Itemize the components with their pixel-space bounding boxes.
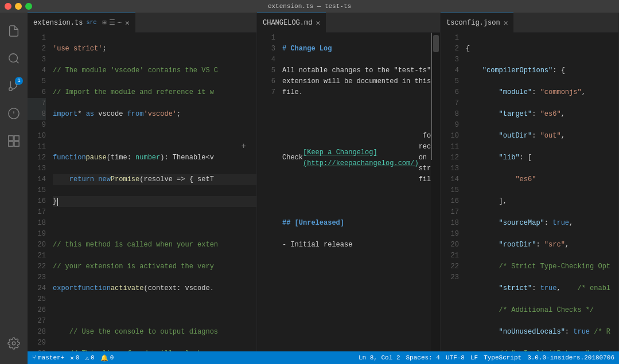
git-icon: ⑂: [32, 354, 36, 361]
left-tab-bar: extension.ts src ⊞ ☰ ⋯ ✕: [28, 13, 256, 33]
mid-code-area[interactable]: 134567 # Change Log All notable changes …: [257, 33, 440, 351]
mid-code-content[interactable]: # Change Log All notable changes to the …: [280, 33, 440, 351]
status-right: Ln 8, Col 2 Spaces: 4 UTF-8 LF TypeScrip…: [359, 354, 614, 361]
indentation[interactable]: Spaces: 4: [406, 354, 440, 361]
close-tab-changelog[interactable]: ✕: [316, 18, 320, 28]
mid-scrollbar-thumb[interactable]: [433, 35, 439, 52]
right-scrollbar[interactable]: [610, 33, 618, 351]
position-label: Ln 8, Col 2: [359, 354, 400, 361]
mid-scrollbar[interactable]: [432, 33, 440, 351]
tab-extension-ts[interactable]: extension.ts src ⊞ ☰ ⋯ ✕: [28, 13, 135, 33]
svg-rect-11: [9, 142, 13, 146]
editors-row: extension.ts src ⊞ ☰ ⋯ ✕ 12345 678910: [28, 13, 619, 351]
error-count[interactable]: ✕ 0: [70, 354, 79, 362]
right-line-numbers: 12345 678910 1112131415 1617181920 21222…: [441, 33, 464, 351]
split-vertical-icon[interactable]: ☰: [109, 18, 115, 27]
right-editor-panel: tsconfig.json ✕ 12345 678910 1112131415 …: [441, 13, 619, 351]
source-control-badge: 1: [15, 77, 23, 85]
add-line-icon[interactable]: +: [242, 142, 246, 151]
extensions-icon[interactable]: [0, 127, 28, 155]
minimize-button[interactable]: [15, 3, 22, 10]
tab-badge: src: [86, 19, 96, 26]
svg-rect-9: [14, 136, 19, 140]
files-icon[interactable]: [0, 17, 28, 45]
line-ending[interactable]: LF: [470, 354, 478, 361]
right-code-content[interactable]: { "compilerOptions": { "module": "common…: [464, 33, 618, 351]
info: 0: [110, 354, 114, 361]
status-bar: ⑂ master+ ✕ 0 ⚠ 0 🔔 0 Ln 8, Col 2: [28, 351, 619, 364]
cursor-position[interactable]: Ln 8, Col 2: [359, 354, 400, 361]
mid-tab-bar: CHANGELOG.md ✕: [257, 13, 440, 33]
info-count[interactable]: 🔔 0: [100, 354, 114, 362]
svg-point-12: [12, 342, 15, 345]
language-label: TypeScript: [484, 354, 521, 361]
activity-bar: 1: [0, 13, 28, 364]
close-tab-tsconfig[interactable]: ✕: [504, 18, 508, 28]
file-encoding[interactable]: UTF-8: [446, 354, 465, 361]
close-tab-extension-ts[interactable]: ✕: [125, 18, 130, 28]
title-bar: extension.ts — test-ts: [0, 0, 619, 13]
maximize-button[interactable]: [25, 3, 32, 10]
left-editor-panel: extension.ts src ⊞ ☰ ⋯ ✕ 12345 678910: [28, 13, 257, 351]
close-button[interactable]: [5, 3, 11, 10]
status-left: ⑂ master+ ✕ 0 ⚠ 0 🔔 0: [32, 354, 114, 362]
settings-icon[interactable]: [0, 332, 28, 359]
git-branch[interactable]: ⑂ master+: [32, 354, 64, 361]
branch-name: master+: [38, 354, 64, 361]
svg-line-1: [16, 61, 18, 63]
encoding-label: UTF-8: [446, 354, 465, 361]
warning-count[interactable]: ⚠ 0: [85, 354, 94, 362]
mid-line-numbers: 134567: [257, 33, 280, 351]
tab-changelog-md[interactable]: CHANGELOG.md ✕: [257, 13, 326, 33]
svg-point-4: [9, 88, 13, 91]
svg-point-0: [9, 54, 18, 62]
source-control-icon[interactable]: 1: [0, 72, 28, 100]
mid-editor-panel: CHANGELOG.md ✕ 134567 # Change Lo: [257, 13, 441, 351]
version-label: 3.0.0-insiders.20180706: [527, 354, 614, 361]
tab-filename: extension.ts: [33, 19, 83, 27]
left-code-content[interactable]: 'use strict'; // The module 'vscode' con…: [50, 33, 256, 351]
split-icon[interactable]: ⊞: [102, 18, 106, 27]
more-icon[interactable]: ⋯: [118, 18, 122, 27]
main-layout: 1: [0, 13, 619, 364]
spaces-label: Spaces: 4: [406, 354, 440, 361]
warnings: 0: [91, 354, 95, 361]
svg-rect-10: [14, 142, 19, 146]
right-tab-bar: tsconfig.json ✕: [441, 13, 618, 33]
changelog-tab-filename: CHANGELOG.md: [263, 19, 312, 27]
tab-tsconfig-json[interactable]: tsconfig.json ✕: [441, 13, 513, 33]
warning-icon: ⚠: [85, 354, 89, 362]
search-icon[interactable]: [0, 45, 28, 72]
error-icon: ✕: [70, 354, 74, 362]
version-info[interactable]: 3.0.0-insiders.20180706: [527, 354, 614, 361]
tsconfig-tab-filename: tsconfig.json: [446, 19, 500, 27]
info-icon: 🔔: [100, 354, 108, 362]
window-controls[interactable]: [5, 3, 32, 10]
line-ending-label: LF: [470, 354, 478, 361]
left-code-area[interactable]: 12345 678910 1112131415 1617181920 21222…: [28, 33, 256, 351]
svg-rect-8: [9, 136, 13, 140]
errors: 0: [76, 354, 80, 361]
language-mode[interactable]: TypeScript: [484, 354, 521, 361]
debug-icon[interactable]: [0, 100, 28, 127]
left-line-numbers: 12345 678910 1112131415 1617181920 21222…: [28, 33, 50, 351]
window-title: extension.ts — test-ts: [268, 3, 351, 10]
editor-area: extension.ts src ⊞ ☰ ⋯ ✕ 12345 678910: [28, 13, 619, 364]
right-code-area[interactable]: 12345 678910 1112131415 1617181920 21222…: [441, 33, 618, 351]
